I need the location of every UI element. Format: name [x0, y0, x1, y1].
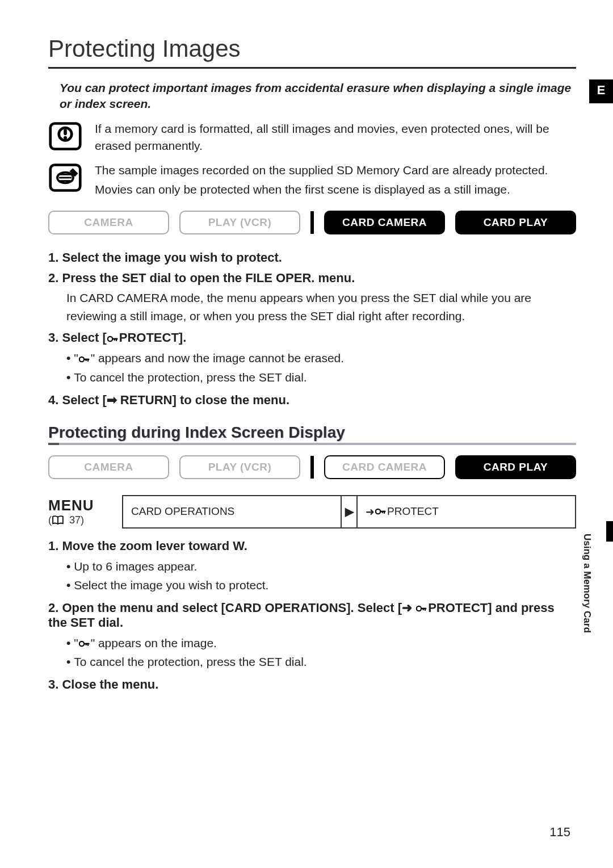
mode-card-camera-2: CARD CAMERA — [324, 455, 445, 479]
section-label: Using a Memory Card — [581, 534, 593, 633]
sec-step-1: 1. Move the zoom lever toward W. — [48, 539, 576, 553]
sec-step-1-bullet-2: Select the image you wish to protect. — [66, 576, 576, 595]
step-2-body: In CARD CAMERA mode, the menu appears wh… — [66, 289, 576, 325]
sec-step-2-bullet-1: "" appears on the image. — [66, 634, 576, 653]
svg-rect-10 — [114, 338, 115, 340]
warning-text: If a memory card is formatted, all still… — [95, 120, 576, 155]
mode-camera-2: CAMERA — [48, 455, 169, 479]
menu-step-2: ➜ PROTECT — [358, 496, 575, 527]
menu-path: MENU ( 37) CARD OPERATIONS ▶ ➜ PROTECT — [48, 495, 576, 529]
svg-rect-27 — [85, 643, 86, 645]
svg-point-20 — [417, 606, 421, 611]
step-3: 3. Select [PROTECT]. — [48, 330, 576, 345]
mode-row-secondary: CAMERA PLAY (VCR) CARD CAMERA CARD PLAY — [48, 455, 576, 479]
sec-s2b1-post: " appears on the image. — [91, 636, 217, 649]
step-3-post: PROTECT]. — [119, 330, 187, 345]
menu-label: MENU — [48, 497, 116, 514]
mode-card-play-2: CARD PLAY — [455, 455, 576, 479]
menu-arrow-icon: ▶ — [341, 496, 358, 527]
step-2: 2. Press the SET dial to open the FILE O… — [48, 271, 576, 286]
page-title: Protecting Images — [48, 35, 576, 62]
key-icon — [79, 355, 90, 363]
mode-camera: CAMERA — [48, 211, 169, 234]
s3b1-pre: " — [74, 351, 78, 364]
key-icon — [416, 605, 427, 613]
book-icon — [52, 515, 64, 525]
key-icon — [107, 335, 119, 343]
mode-separator — [310, 211, 314, 234]
sec-step-1-bullet-1: Up to 6 images appear. — [66, 557, 576, 576]
svg-point-2 — [64, 136, 67, 140]
svg-point-16 — [376, 509, 380, 514]
menu-right-post: PROTECT — [387, 505, 439, 518]
sec-step-2: 2. Open the menu and select [CARD OPERAT… — [48, 601, 576, 630]
mode-separator-2 — [310, 456, 314, 479]
warning-icon — [48, 120, 82, 152]
svg-point-24 — [79, 641, 83, 646]
step-3-bullet-2: To cancel the protection, press the SET … — [66, 368, 576, 387]
title-rule — [48, 67, 576, 69]
sec-s2b1-pre: " — [74, 636, 78, 649]
svg-point-7 — [108, 336, 112, 341]
menu-ref-num: 37) — [66, 514, 84, 526]
svg-rect-1 — [64, 129, 67, 135]
svg-rect-26 — [87, 643, 89, 646]
language-tab: E — [589, 79, 613, 103]
sec-step-2-bullet-2: To cancel the protection, press the SET … — [66, 652, 576, 672]
mode-row-primary: CAMERA PLAY (VCR) CARD CAMERA CARD PLAY — [48, 211, 576, 234]
key-icon — [375, 508, 387, 515]
notes-icon — [48, 162, 82, 194]
key-icon — [79, 640, 90, 648]
note-line-2: Movies can only be protected when the fi… — [95, 181, 576, 198]
step-3-pre: 3. Select [ — [48, 330, 107, 345]
intro-text: You can protect important images from ac… — [48, 80, 576, 112]
mode-play-vcr-2: PLAY (VCR) — [179, 455, 300, 479]
svg-rect-23 — [423, 608, 424, 610]
step-3-bullet-1: "" appears and now the image cannot be e… — [66, 349, 576, 368]
menu-reference: ( 37) — [48, 514, 116, 526]
svg-point-11 — [79, 357, 83, 362]
svg-rect-9 — [116, 338, 117, 341]
svg-rect-18 — [384, 511, 385, 514]
menu-step-1: CARD OPERATIONS — [123, 496, 341, 527]
svg-rect-22 — [425, 608, 426, 611]
sec-step-3: 3. Close the menu. — [48, 677, 576, 692]
mode-play-vcr: PLAY (VCR) — [179, 211, 300, 234]
note-line-1: The sample images recorded on the suppli… — [95, 162, 576, 179]
notes-text: The sample images recorded on the suppli… — [95, 162, 576, 201]
subheading: Protecting during Index Screen Display — [48, 423, 576, 442]
s3b1-post: " appears and now the image cannot be er… — [91, 351, 344, 364]
svg-rect-19 — [382, 511, 383, 513]
menu-right-pre: ➜ — [366, 505, 375, 518]
svg-rect-13 — [87, 359, 89, 362]
section-tab-bar — [606, 521, 613, 542]
mode-card-camera: CARD CAMERA — [324, 211, 445, 234]
subheading-rule — [48, 443, 576, 445]
page-number: 115 — [549, 825, 570, 840]
svg-rect-14 — [85, 359, 86, 361]
mode-card-play: CARD PLAY — [455, 211, 576, 234]
step-4: 4. Select [➡ RETURN] to close the menu. — [48, 393, 576, 408]
step-1: 1. Select the image you wish to protect. — [48, 250, 576, 265]
sec-s2-pre: 2. Open the menu and select [CARD OPERAT… — [48, 601, 415, 615]
